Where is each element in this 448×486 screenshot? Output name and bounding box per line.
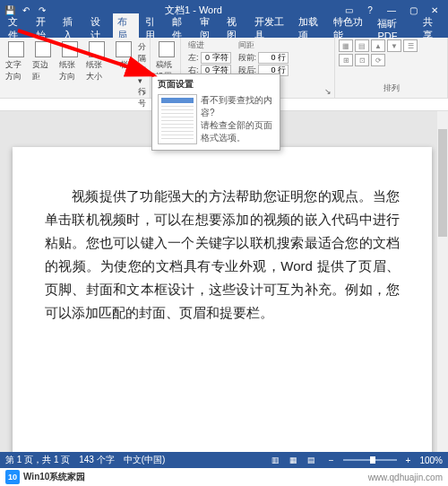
position-icon[interactable]: ▦ — [339, 39, 353, 52]
group-arrange: ▦ ▤ ▲ ▼ ☰ ⊞ ⊡ ⟳ 排列 — [335, 38, 448, 98]
zoom-level[interactable]: 100% — [419, 456, 443, 465]
body-paragraph[interactable]: 视频提供了功能强大的方法帮助您证明您的观点。当您单击联机视频时，可以在想要添加的… — [45, 185, 400, 325]
space-before-label: 段前: — [238, 52, 257, 64]
text-direction-icon — [8, 41, 24, 57]
selection-pane-icon[interactable]: ☰ — [403, 39, 418, 52]
watermark-bar: 10 Win10系统家园 www.qdhuajin.com — [0, 468, 448, 486]
scrollbar-thumb[interactable] — [438, 129, 447, 237]
breaks-button[interactable]: 分隔符 ▾ — [138, 41, 146, 85]
zoom-in-icon[interactable]: + — [406, 456, 411, 465]
web-layout-icon[interactable]: ▤ — [304, 454, 320, 466]
indent-left-label: 左: — [188, 52, 199, 64]
margins-button[interactable]: 页边距 — [30, 39, 56, 84]
indent-header: 缩进 — [188, 39, 231, 51]
group-arrange-label: 排列 — [339, 82, 444, 96]
watermark-url: www.qdhuajin.com — [368, 473, 443, 482]
space-before-input[interactable] — [258, 52, 289, 64]
vertical-scrollbar[interactable] — [437, 111, 448, 452]
margins-label: 页边距 — [32, 59, 54, 82]
page-indicator[interactable]: 第 1 页，共 1 页 — [5, 454, 70, 466]
zoom-slider[interactable] — [343, 459, 397, 461]
tooltip-thumbnail-icon — [158, 94, 197, 144]
send-backward-icon[interactable]: ▼ — [387, 39, 401, 52]
wrap-text-icon[interactable]: ▤ — [355, 39, 369, 52]
indent-left-input[interactable] — [201, 52, 231, 64]
size-label: 纸张大小 — [86, 59, 108, 82]
watermark-brand: 10 Win10系统家园 — [5, 470, 85, 484]
tooltip-title: 页面设置 — [152, 74, 280, 92]
tooltip-line2: 请检查全部的页面格式选项。 — [201, 119, 274, 144]
bring-forward-icon[interactable]: ▲ — [371, 39, 385, 52]
arrange-buttons: ▦ ▤ ▲ ▼ ☰ ⊞ ⊡ ⟳ — [339, 39, 419, 66]
status-bar: 第 1 页，共 1 页 143 个字 中文(中国) ▥ ▦ ▤ − + 100% — [0, 452, 448, 468]
align-icon[interactable]: ⊞ — [339, 54, 353, 66]
size-icon — [89, 41, 105, 57]
tooltip-text: 看不到要查找的内容? 请检查全部的页面格式选项。 — [201, 94, 274, 144]
orientation-icon — [62, 41, 78, 57]
group-page-setup: 文字方向 页边距 纸张方向 纸张大小 栏 分隔符 ▾ 行号 ▾ 断字 ▾ 页面设… — [0, 38, 151, 98]
size-button[interactable]: 纸张大小 — [84, 39, 109, 84]
watermark-brand-text: Win10系统家园 — [23, 471, 85, 483]
rotate-icon[interactable]: ⟳ — [371, 54, 385, 66]
paragraph-launcher[interactable]: ↘ — [323, 87, 332, 96]
columns-button[interactable]: 栏 — [111, 39, 136, 73]
page-setup-launcher[interactable]: ↘ — [139, 87, 148, 96]
text-direction-button[interactable]: 文字方向 — [4, 39, 29, 84]
orientation-label: 纸张方向 — [59, 59, 81, 82]
text-direction-label: 文字方向 — [5, 59, 27, 82]
watermark-badge-icon: 10 — [5, 470, 20, 484]
margins-icon — [35, 41, 51, 57]
manuscript-icon — [159, 41, 175, 57]
read-mode-icon[interactable]: ▥ — [268, 454, 284, 466]
columns-icon — [116, 41, 132, 57]
word-count[interactable]: 143 个字 — [79, 454, 114, 466]
tooltip-line1: 看不到要查找的内容? — [201, 94, 274, 119]
document-canvas: 视频提供了功能强大的方法帮助您证明您的观点。当您单击联机视频时，可以在想要添加的… — [0, 111, 448, 452]
print-layout-icon[interactable]: ▦ — [286, 454, 302, 466]
page[interactable]: 视频提供了功能强大的方法帮助您证明您的观点。当您单击联机视频时，可以在想要添加的… — [13, 147, 432, 452]
spacing-header: 间距 — [238, 39, 289, 51]
orientation-button[interactable]: 纸张方向 — [57, 39, 82, 84]
page-setup-tooltip: 页面设置 看不到要查找的内容? 请检查全部的页面格式选项。 — [151, 74, 280, 151]
columns-label: 栏 — [120, 59, 128, 71]
zoom-out-icon[interactable]: − — [329, 456, 334, 465]
group-icon[interactable]: ⊡ — [355, 54, 369, 66]
language-indicator[interactable]: 中文(中国) — [124, 454, 166, 466]
ribbon-tabs: 文件 开始 插入 设计 布局 引用 邮件 审阅 视图 开发工具 加载项 特色功能… — [0, 20, 448, 38]
